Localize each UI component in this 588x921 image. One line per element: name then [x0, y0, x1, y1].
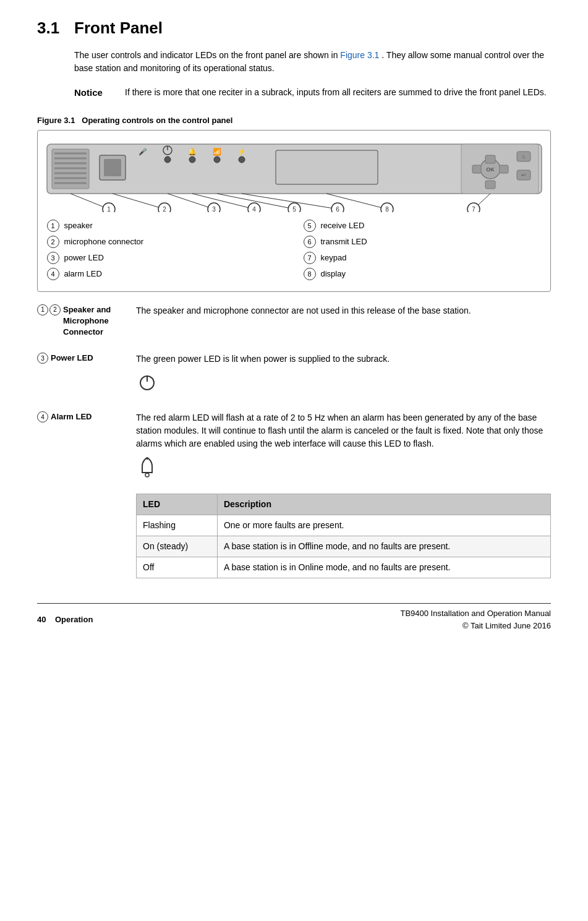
svg-point-18	[189, 156, 195, 163]
legend-label-5: receive LED	[321, 221, 365, 230]
desc-power-label: Power LED	[51, 353, 93, 364]
legend-label-6: transmit LED	[321, 237, 367, 246]
table-cell-led: Off	[137, 557, 218, 578]
legend-left: 1 speaker 2 microphone connector 3 power…	[47, 220, 285, 280]
device-diagram: 🎤 🔔 📶 ⚡ OK	[41, 138, 548, 212]
legend-item-8: 8 display	[304, 268, 542, 280]
legend-item-4: 4 alarm LED	[47, 268, 285, 280]
legend-num-4: 4	[47, 268, 59, 280]
alarm-icon-area	[136, 455, 551, 484]
footer-manual-title: TB9400 Installation and Operation Manual	[400, 607, 551, 620]
legend-num-6: 6	[304, 236, 316, 248]
desc-alarm-section: 4 Alarm LED The red alarm LED will flash…	[37, 411, 551, 578]
svg-rect-27	[472, 165, 481, 173]
svg-rect-26	[485, 181, 495, 189]
svg-text:🎤: 🎤	[138, 147, 147, 156]
legend-num-5: 5	[304, 220, 316, 232]
section-title: Front Panel	[74, 19, 163, 38]
svg-text:5: 5	[292, 206, 296, 212]
legend-item-2: 2 microphone connector	[47, 236, 285, 248]
svg-rect-28	[500, 165, 508, 173]
legend-num-8: 8	[304, 268, 316, 280]
svg-text:⌂: ⌂	[522, 153, 525, 160]
desc-power-text: The green power LED is lit when power is…	[136, 353, 551, 396]
svg-point-60	[145, 473, 149, 477]
desc-alarm-num: 4	[37, 411, 48, 422]
intro-text1: The user controls and indicator LEDs on …	[74, 50, 338, 60]
svg-text:2: 2	[163, 206, 166, 212]
svg-text:8: 8	[385, 206, 389, 212]
svg-line-34	[113, 194, 164, 209]
footer-copyright: © Tait Limited June 2016	[400, 620, 551, 632]
desc-alarm-text: The red alarm LED will flash at a rate o…	[136, 411, 551, 450]
table-row: OffA base station is in Online mode, and…	[137, 557, 551, 578]
footer-left: 40 Operation	[37, 615, 93, 624]
desc-alarm-left: 4 Alarm LED	[37, 411, 124, 422]
svg-rect-25	[485, 155, 495, 163]
footer-page-num: 40	[37, 615, 46, 624]
desc-power-left: 3 Power LED	[37, 353, 124, 364]
legend-item-1: 1 speaker	[47, 220, 285, 232]
svg-text:⚡: ⚡	[237, 147, 246, 156]
legend-label-3: power LED	[64, 253, 104, 262]
device-visual: 🎤 🔔 📶 ⚡ OK	[44, 138, 544, 280]
svg-text:1: 1	[107, 206, 111, 212]
table-header-led: LED	[137, 494, 218, 515]
svg-text:↩: ↩	[521, 172, 526, 178]
desc-circle-1: 1	[37, 304, 48, 315]
desc-speaker-text: The speaker and microphone connector are…	[136, 304, 551, 317]
figure-label: Figure 3.1 Operating controls on the con…	[37, 116, 232, 125]
desc-power-section: 3 Power LED The green power LED is lit w…	[37, 353, 551, 396]
alarm-led-table: LED Description FlashingOne or more faul…	[136, 494, 551, 578]
footer-right: TB9400 Installation and Operation Manual…	[400, 607, 551, 632]
desc-alarm-right: The red alarm LED will flash at a rate o…	[136, 411, 551, 578]
section-number: 3.1	[37, 19, 62, 38]
svg-rect-10	[104, 159, 121, 176]
intro-paragraph: The user controls and indicator LEDs on …	[74, 49, 551, 75]
svg-line-35	[168, 194, 214, 209]
desc-speaker-label: Speaker and Microphone Connector	[63, 304, 124, 338]
svg-text:7: 7	[472, 206, 475, 212]
power-led-icon	[136, 371, 158, 393]
svg-text:📶: 📶	[213, 147, 221, 156]
legend-label-7: keypad	[321, 253, 347, 262]
section-header: 3.1 Front Panel	[37, 19, 551, 38]
footer-section-label: Operation	[55, 615, 93, 624]
svg-line-36	[192, 194, 254, 209]
table-cell-desc: A base station is in Online mode, and no…	[217, 557, 550, 578]
notice-block: Notice If there is more that one reciter…	[74, 86, 551, 100]
legend-num-2: 2	[47, 236, 59, 248]
legend-item-7: 7 keypad	[304, 252, 542, 264]
figure-link[interactable]: Figure 3.1	[340, 50, 379, 60]
table-cell-desc: A base station is in Offline mode, and n…	[217, 536, 550, 557]
svg-point-17	[164, 156, 171, 163]
desc-speaker-section: 1 2 Speaker and Microphone Connector The…	[37, 304, 551, 338]
figure-panel: 🎤 🔔 📶 ⚡ OK	[37, 130, 551, 292]
legend-grid: 1 speaker 2 microphone connector 3 power…	[41, 220, 548, 280]
legend-num-3: 3	[47, 252, 59, 264]
table-cell-led: Flashing	[137, 515, 218, 536]
notice-label: Notice	[74, 86, 117, 100]
legend-item-5: 5 receive LED	[304, 220, 542, 232]
svg-point-19	[214, 156, 220, 163]
svg-text:🔔: 🔔	[188, 147, 197, 156]
svg-text:4: 4	[252, 206, 256, 212]
alarm-led-icon	[136, 455, 158, 480]
legend-label-4: alarm LED	[64, 269, 102, 278]
legend-num-1: 1	[47, 220, 59, 232]
page-footer: 40 Operation TB9400 Installation and Ope…	[37, 603, 551, 632]
table-row: FlashingOne or more faults are present.	[137, 515, 551, 536]
svg-text:OK: OK	[486, 166, 495, 173]
legend-label-8: display	[321, 269, 346, 278]
svg-point-20	[239, 156, 245, 163]
desc-circle-4: 4	[37, 411, 48, 422]
legend-num-7: 7	[304, 252, 316, 264]
svg-text:3: 3	[212, 206, 216, 212]
table-row: On (steady)A base station is in Offline …	[137, 536, 551, 557]
legend-label-1: speaker	[64, 221, 93, 230]
table-body: FlashingOne or more faults are present.O…	[137, 515, 551, 578]
desc-alarm-label: Alarm LED	[51, 411, 92, 422]
notice-text: If there is more that one reciter in a s…	[125, 86, 547, 99]
svg-text:6: 6	[336, 206, 339, 212]
power-icon-area	[136, 371, 551, 396]
